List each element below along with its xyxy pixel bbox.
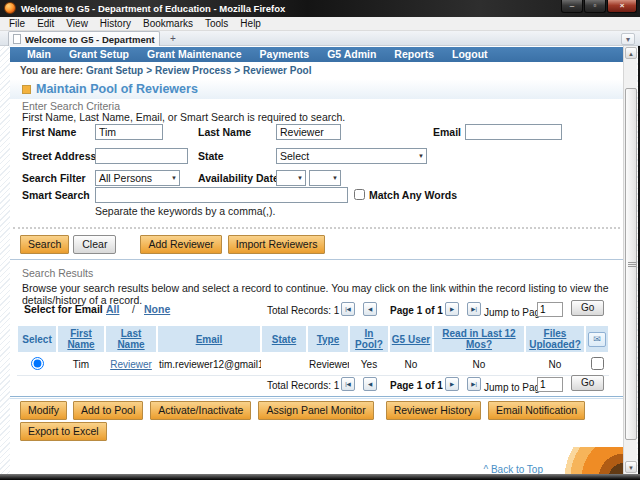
availability-month-select[interactable]: ▼ — [276, 170, 306, 186]
first-page-button[interactable]: |◀ — [341, 302, 355, 316]
availability-date-label: Availability Date — [198, 172, 279, 184]
match-any-words-checkbox[interactable] — [354, 189, 365, 200]
list-tabs-button[interactable]: ▾ — [621, 33, 635, 45]
nav-main[interactable]: Main — [18, 47, 60, 62]
export-to-excel-button[interactable]: Export to Excel — [20, 422, 107, 441]
table-row: Tim Reviewer tim.reviewer12@gmail12.com … — [17, 353, 609, 375]
nav-reports[interactable]: Reports — [385, 47, 443, 62]
email-icon[interactable]: ✉ — [588, 332, 606, 347]
cell-select — [17, 353, 57, 375]
last-page-button[interactable]: ▶| — [467, 377, 481, 391]
next-page-button[interactable]: ▶ — [445, 377, 459, 391]
menu-help[interactable]: Help — [234, 17, 267, 31]
dotted-separator — [13, 227, 620, 229]
smart-search-input[interactable] — [95, 187, 348, 203]
sort-in-pool[interactable]: In Pool? — [355, 328, 383, 350]
page-icon — [13, 34, 21, 44]
sort-type[interactable]: Type — [317, 334, 340, 345]
search-button-row: Search Clear Add Reviewer Import Reviewe… — [20, 235, 325, 254]
email-input[interactable] — [465, 124, 562, 140]
smart-search-hint: Separate the keywords by a comma(,). — [95, 205, 275, 217]
close-button[interactable]: × — [607, 0, 637, 13]
breadcrumb-reviewer-pool[interactable]: Reviewer Pool — [243, 65, 311, 76]
sort-last-name[interactable]: Last Name — [117, 328, 144, 350]
street-address-input[interactable] — [95, 148, 188, 164]
page-viewport: Main Grant Setup Grant Maintenance Payme… — [0, 46, 638, 474]
tab-bar: Welcome to G5 - Department of Edu... + ▾ — [0, 31, 640, 46]
cell-email: tim.reviewer12@gmail12.com — [157, 353, 261, 375]
select-for-email-label: Select for Email — [24, 303, 103, 315]
add-to-pool-button[interactable]: Add to Pool — [73, 401, 143, 420]
jump-to-page-input[interactable] — [537, 302, 563, 317]
new-tab-button[interactable]: + — [164, 33, 182, 45]
cell-first-name: Tim — [57, 353, 105, 375]
last-name-input[interactable] — [276, 124, 341, 140]
add-reviewer-button[interactable]: Add Reviewer — [140, 235, 221, 254]
breadcrumb-review-process[interactable]: Review Process — [155, 65, 231, 76]
header-select: Select — [17, 325, 57, 353]
menu-tools[interactable]: Tools — [199, 17, 234, 31]
sort-g5-user[interactable]: G5 User — [392, 334, 430, 345]
prev-page-button[interactable]: ◀ — [363, 302, 377, 316]
tab-title: Welcome to G5 - Department of Edu... — [25, 34, 155, 45]
export-button-row: Export to Excel — [20, 422, 107, 441]
chevron-down-icon: ▼ — [418, 153, 424, 160]
nav-logout[interactable]: Logout — [443, 47, 497, 62]
nav-payments[interactable]: Payments — [251, 47, 319, 62]
browser-tab[interactable]: Welcome to G5 - Department of Edu... — [8, 31, 160, 46]
menu-file[interactable]: File — [3, 17, 31, 31]
assign-panel-monitor-button[interactable]: Assign Panel Monitor — [258, 401, 373, 420]
scroll-up-icon[interactable]: ▲ — [625, 47, 637, 59]
sort-email[interactable]: Email — [196, 334, 223, 345]
menu-history[interactable]: History — [94, 17, 137, 31]
header-email-select: ✉ — [585, 325, 609, 353]
first-name-input[interactable] — [95, 124, 163, 140]
sort-state[interactable]: State — [272, 334, 296, 345]
go-button[interactable]: Go — [571, 375, 604, 391]
search-filter-select[interactable]: All Persons ▼ — [95, 170, 180, 186]
nav-grant-maintenance[interactable]: Grant Maintenance — [138, 47, 251, 62]
breadcrumb-grant-setup[interactable]: Grant Setup — [86, 65, 143, 76]
jump-to-page-input[interactable] — [537, 377, 563, 392]
window-titlebar: Welcome to G5 - Department of Education … — [0, 0, 640, 17]
state-select[interactable]: Select ▼ — [276, 148, 427, 164]
scrollbar-thumb[interactable] — [625, 88, 637, 440]
row-select-radio[interactable] — [31, 357, 44, 370]
sort-read-12[interactable]: Read in Last 12 Mos? — [442, 328, 515, 350]
select-none-link[interactable]: None — [144, 303, 170, 315]
nav-grant-setup[interactable]: Grant Setup — [60, 47, 138, 62]
cell-last-name: Reviewer — [105, 353, 157, 375]
availability-day-select[interactable]: ▼ — [309, 170, 341, 186]
first-page-button[interactable]: |◀ — [341, 377, 355, 391]
row-email-checkbox[interactable] — [591, 357, 604, 370]
reviewer-history-button[interactable]: Reviewer History — [386, 401, 481, 420]
email-notification-button[interactable]: Email Notification — [488, 401, 585, 420]
select-all-link[interactable]: All — [106, 303, 119, 315]
results-divider — [10, 396, 623, 399]
cell-g5-user: No — [389, 353, 433, 375]
last-page-button[interactable]: ▶| — [467, 302, 481, 316]
menu-view[interactable]: View — [60, 17, 94, 31]
sort-files-uploaded[interactable]: Files Uploaded? — [529, 328, 581, 350]
next-page-button[interactable]: ▶ — [445, 302, 459, 316]
search-filter-label: Search Filter — [22, 172, 86, 184]
form-row-3: Search Filter All Persons ▼ Availability… — [10, 170, 623, 188]
menu-edit[interactable]: Edit — [31, 17, 60, 31]
go-button[interactable]: Go — [571, 300, 604, 316]
total-records: Total Records: 1 — [267, 380, 339, 391]
menu-bookmarks[interactable]: Bookmarks — [137, 17, 199, 31]
sort-first-name[interactable]: First Name — [67, 328, 94, 350]
scroll-down-icon[interactable]: ▼ — [625, 461, 637, 473]
street-address-label: Street Address — [22, 150, 96, 162]
reviewer-detail-link[interactable]: Reviewer — [110, 359, 152, 370]
search-button[interactable]: Search — [20, 235, 69, 254]
clear-button[interactable]: Clear — [73, 235, 116, 254]
import-reviewers-button[interactable]: Import Reviewers — [228, 235, 326, 254]
modify-button[interactable]: Modify — [20, 401, 67, 420]
restore-button[interactable]: ▫ — [584, 0, 606, 13]
activate-inactivate-button[interactable]: Activate/Inactivate — [150, 401, 251, 420]
nav-g5-admin[interactable]: G5 Admin — [318, 47, 385, 62]
prev-page-button[interactable]: ◀ — [363, 377, 377, 391]
vertical-scrollbar[interactable]: ▲ ▼ — [623, 46, 637, 474]
minimize-button[interactable]: – — [561, 0, 583, 13]
